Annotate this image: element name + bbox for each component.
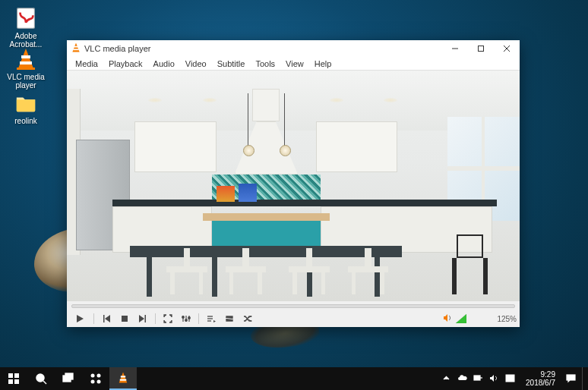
window-title: VLC media player — [84, 44, 442, 53]
svg-rect-10 — [122, 316, 128, 322]
desktop-icon-label: VLC media player — [3, 73, 49, 90]
tray-volume-icon[interactable] — [489, 373, 499, 385]
taskbar-clock[interactable]: 9:29 2018/6/7 — [521, 370, 560, 387]
vlc-cone-icon — [14, 47, 38, 71]
svg-rect-2 — [20, 61, 32, 64]
svg-line-25 — [43, 381, 46, 384]
shuffle-button[interactable] — [239, 312, 256, 326]
vlc-cone-icon — [71, 42, 84, 55]
seek-slider[interactable] — [71, 304, 515, 308]
taskbar-time: 9:29 — [526, 370, 555, 379]
previous-button[interactable] — [98, 312, 115, 326]
menu-video[interactable]: Video — [180, 58, 212, 69]
menu-playback[interactable]: Playback — [103, 58, 148, 69]
menubar: Media Playback Audio Video Subtitle Tool… — [67, 57, 520, 71]
action-center-button[interactable] — [566, 373, 576, 385]
desktop-icon-vlc[interactable]: VLC media player — [3, 47, 49, 90]
maximize-button[interactable] — [468, 40, 494, 57]
svg-rect-32 — [121, 376, 125, 377]
taskbar-app-settings[interactable] — [82, 367, 109, 390]
svg-rect-38 — [567, 375, 575, 380]
svg-point-28 — [91, 374, 95, 378]
svg-rect-23 — [14, 379, 19, 384]
minimize-button[interactable] — [442, 40, 468, 57]
desktop-icon-adobe[interactable]: Adobe Acrobat... — [3, 6, 49, 49]
desktop-icon-reolink[interactable]: reolink — [3, 91, 49, 125]
tray-onedrive-icon[interactable] — [457, 373, 467, 385]
desktop[interactable]: Adobe Acrobat... VLC media player reolin… — [0, 0, 588, 367]
video-frame — [67, 71, 520, 301]
svg-point-15 — [185, 319, 188, 322]
next-button[interactable] — [134, 312, 151, 326]
menu-audio[interactable]: Audio — [148, 58, 180, 69]
svg-point-16 — [188, 317, 191, 319]
volume-control: 125% — [443, 312, 517, 326]
svg-point-31 — [97, 380, 101, 384]
svg-point-14 — [182, 316, 185, 319]
seek-row — [67, 301, 520, 310]
pdf-icon — [14, 6, 38, 30]
svg-rect-21 — [14, 373, 19, 378]
desktop-icon-label: reolink — [3, 117, 49, 125]
stop-button[interactable] — [116, 312, 133, 326]
svg-rect-36 — [506, 375, 514, 382]
svg-rect-1 — [21, 55, 30, 58]
tray-ime-icon[interactable] — [505, 373, 515, 385]
close-button[interactable] — [494, 40, 520, 57]
svg-point-30 — [91, 380, 95, 384]
taskbar-app-vlc[interactable] — [109, 367, 137, 390]
controls: 125% — [67, 310, 520, 327]
svg-point-29 — [97, 374, 101, 378]
tray-network-icon[interactable] — [473, 373, 483, 385]
desktop-icon-label: Adobe Acrobat... — [3, 32, 49, 49]
mute-button[interactable] — [443, 312, 454, 326]
folder-icon — [14, 91, 38, 115]
menu-media[interactable]: Media — [70, 58, 103, 69]
vlc-window[interactable]: VLC media player Media Playback Audio Vi… — [67, 40, 520, 327]
svg-rect-22 — [8, 379, 13, 384]
svg-rect-20 — [8, 373, 13, 378]
menu-subtitle[interactable]: Subtitle — [212, 58, 251, 69]
show-desktop-button[interactable] — [582, 367, 586, 390]
separator — [155, 313, 156, 324]
svg-rect-5 — [73, 49, 78, 50]
svg-rect-33 — [120, 379, 127, 381]
volume-percent: 125% — [497, 315, 517, 323]
taskbar-date: 2018/6/7 — [526, 379, 555, 387]
search-button[interactable] — [27, 367, 55, 390]
start-button[interactable] — [0, 367, 27, 390]
extended-settings-button[interactable] — [178, 312, 194, 326]
video-area[interactable] — [67, 71, 520, 301]
playlist-button[interactable] — [203, 312, 220, 326]
menu-view[interactable]: View — [280, 58, 309, 69]
menu-help[interactable]: Help — [309, 58, 337, 69]
svg-rect-4 — [74, 46, 78, 48]
loop-button[interactable] — [221, 312, 238, 326]
tray-chevron-icon[interactable] — [441, 373, 451, 385]
svg-rect-34 — [474, 376, 480, 380]
svg-rect-7 — [479, 46, 484, 52]
play-button[interactable] — [70, 312, 90, 326]
fullscreen-button[interactable] — [160, 312, 176, 326]
system-tray: 9:29 2018/6/7 — [441, 367, 588, 390]
taskbar: 9:29 2018/6/7 — [0, 367, 588, 390]
titlebar[interactable]: VLC media player — [67, 40, 520, 57]
volume-slider[interactable] — [456, 314, 492, 323]
task-view-button[interactable] — [55, 367, 82, 390]
svg-rect-27 — [65, 373, 73, 379]
separator — [93, 313, 94, 324]
svg-point-24 — [36, 374, 44, 382]
menu-tools[interactable]: Tools — [250, 58, 280, 69]
svg-rect-3 — [17, 68, 35, 70]
separator — [198, 313, 199, 324]
